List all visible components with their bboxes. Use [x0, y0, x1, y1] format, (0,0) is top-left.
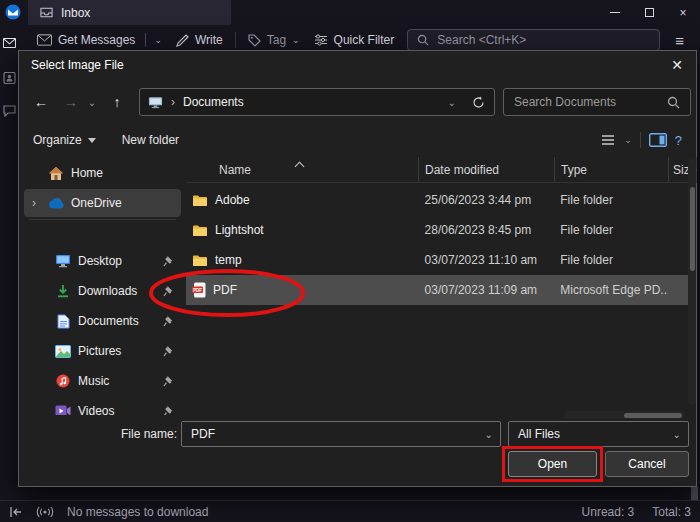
write-icon	[176, 34, 189, 47]
tab-label: Inbox	[61, 6, 90, 20]
chat-space-icon[interactable]	[3, 105, 16, 117]
address-book-space-icon[interactable]	[3, 72, 16, 84]
maximize-button[interactable]	[632, 0, 666, 25]
file-row-lightshot[interactable]: Lightshot28/06/2023 8:45 pmFile folder	[186, 215, 688, 245]
sidebar-item-home[interactable]: Home	[24, 159, 181, 187]
sidebar-divider	[29, 219, 176, 220]
horizontal-scrollbar[interactable]	[564, 411, 684, 419]
folder-icon	[192, 224, 208, 237]
pin-icon	[155, 405, 181, 415]
sidebar-item-pictures[interactable]: Pictures	[24, 337, 181, 365]
quick-filter-icon	[314, 34, 328, 46]
write-button[interactable]: Write	[169, 28, 230, 52]
thunderbird-titlebar: Inbox ×	[0, 0, 700, 25]
search-icon	[667, 96, 680, 109]
file-type: File folder	[554, 253, 668, 267]
breadcrumb-chevron-icon: ›	[171, 95, 175, 109]
file-row-adobe[interactable]: Adobe25/06/2023 3:44 pmFile folder	[186, 185, 688, 215]
sidebar-item-label: Music	[75, 374, 155, 388]
refresh-icon[interactable]	[472, 96, 485, 109]
file-name-row: File name: PDF ⌄ All Files ⌄	[19, 421, 698, 447]
sidebar-item-onedrive[interactable]: ›OneDrive	[24, 189, 181, 217]
search-icon	[417, 34, 429, 46]
scrollbar-thumb[interactable]	[624, 413, 682, 418]
close-button[interactable]: ×	[666, 0, 700, 25]
minimize-button[interactable]	[598, 0, 632, 25]
column-header-name[interactable]: Name	[186, 157, 419, 182]
up-button[interactable]: ↑	[103, 88, 131, 116]
file-name-value: PDF	[182, 427, 485, 441]
window-controls: ×	[598, 0, 700, 25]
network-activity-icon[interactable]	[35, 506, 55, 518]
get-messages-label: Get Messages	[58, 33, 135, 47]
view-controls: ⌄ ?	[600, 125, 682, 155]
open-button-annotation	[502, 446, 603, 482]
column-header-type[interactable]: Type	[555, 157, 669, 182]
file-type-select[interactable]: All Files ⌄	[508, 421, 689, 447]
dialog-command-bar: Organize New folder ⌄ ?	[19, 125, 696, 155]
quick-filter-button[interactable]: Quick Filter	[307, 28, 402, 52]
file-name-label: File name:	[19, 421, 177, 447]
total-count: Total: 3	[652, 505, 691, 519]
file-name: Adobe	[215, 193, 250, 207]
sidebar-item-label: Documents	[75, 314, 155, 328]
file-type: Microsoft Edge PD...	[554, 283, 668, 297]
organize-label: Organize	[33, 133, 82, 147]
close-icon: ×	[679, 6, 686, 20]
desktop-icon	[51, 254, 75, 268]
chevron-down-icon[interactable]: ⌄	[673, 429, 681, 440]
app-menu-icon[interactable]: ≡	[675, 32, 684, 49]
back-button[interactable]: ←	[27, 88, 55, 116]
select-image-file-dialog: Select Image File ✕ ← → ⌄ ↑ › Documents …	[18, 50, 697, 487]
chevron-down-icon[interactable]: ⌄	[624, 135, 632, 145]
write-label: Write	[195, 33, 223, 47]
chevron-down-icon[interactable]: ⌄	[485, 429, 493, 440]
new-folder-button[interactable]: New folder	[122, 133, 179, 147]
scrollbar-thumb[interactable]	[690, 187, 695, 271]
pictures-icon	[51, 345, 75, 358]
dialog-close-button[interactable]: ✕	[658, 51, 696, 79]
organize-button[interactable]: Organize	[33, 133, 96, 147]
preview-pane-icon[interactable]	[649, 133, 667, 147]
pin-icon	[155, 375, 181, 387]
tag-label: Tag	[267, 33, 286, 47]
cancel-button[interactable]: Cancel	[605, 451, 689, 477]
help-icon[interactable]: ?	[675, 133, 682, 148]
videos-icon	[51, 405, 75, 415]
file-type: File folder	[554, 223, 668, 237]
this-pc-icon	[148, 96, 163, 109]
vertical-scrollbar[interactable]	[688, 159, 696, 405]
pin-icon	[155, 345, 181, 357]
toolbar-divider	[235, 32, 236, 48]
forward-button[interactable]: →	[57, 88, 85, 116]
sidebar-item-videos[interactable]: Videos	[24, 397, 181, 415]
inbox-tab-icon	[40, 7, 53, 18]
address-dropdown-icon[interactable]: ⌄	[448, 97, 456, 108]
global-search-input[interactable]: Search <Ctrl+K>	[407, 29, 660, 51]
tag-button[interactable]: Tag ⌄	[241, 28, 307, 52]
collapse-pane-icon[interactable]	[9, 506, 23, 518]
sidebar-item-label: Desktop	[75, 254, 155, 268]
minimize-icon	[610, 12, 620, 13]
sidebar-item-music[interactable]: Music	[24, 367, 181, 395]
folder-icon	[192, 194, 208, 207]
file-date-modified: 03/07/2023 11:09 am	[419, 283, 555, 297]
quick-filter-label: Quick Filter	[334, 33, 395, 47]
mail-space-icon[interactable]	[3, 38, 16, 48]
search-placeholder: Search Documents	[504, 95, 667, 109]
dialog-titlebar: Select Image File ✕	[19, 51, 696, 79]
file-date-modified: 28/06/2023 8:45 pm	[419, 223, 555, 237]
search-documents-input[interactable]: Search Documents	[503, 88, 691, 116]
address-bar[interactable]: › Documents ⌄	[139, 88, 495, 116]
recent-locations-icon[interactable]: ⌄	[83, 88, 101, 116]
chevron-down-icon[interactable]: ⌄	[154, 35, 162, 45]
file-date-modified: 03/07/2023 11:10 am	[419, 253, 555, 267]
details-view-icon[interactable]	[600, 133, 616, 147]
thunderbird-app-icon	[5, 4, 21, 20]
get-messages-button[interactable]: Get Messages ⌄	[30, 28, 169, 52]
tab-inbox[interactable]: Inbox	[28, 0, 231, 25]
file-name-input[interactable]: PDF ⌄	[181, 421, 501, 447]
breadcrumb-location[interactable]: Documents	[183, 95, 448, 109]
column-header-date-modified[interactable]: Date modified	[419, 157, 555, 182]
sidebar-item-label: Home	[68, 166, 181, 180]
